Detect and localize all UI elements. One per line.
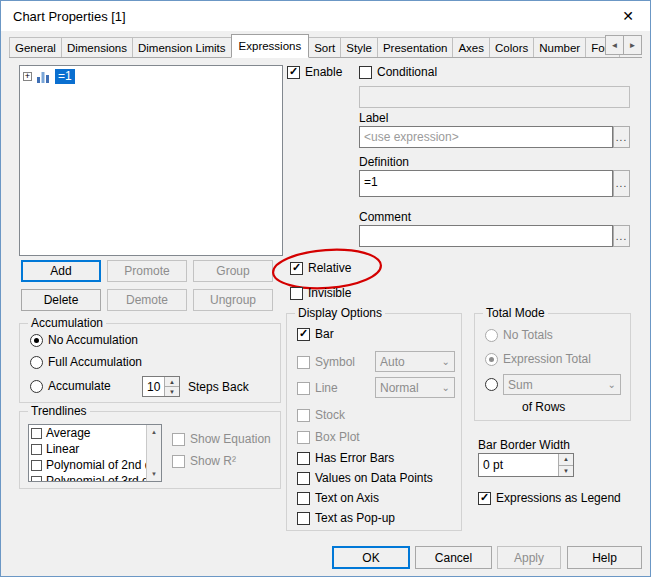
- sum-combo: Sum ⌄: [503, 374, 621, 395]
- group-button: Group: [193, 260, 273, 282]
- no-totals-radio: No Totals: [485, 328, 553, 342]
- spin-down-button[interactable]: ▼: [559, 465, 573, 477]
- add-button[interactable]: Add: [21, 260, 101, 282]
- trendlines-list[interactable]: Average Linear Polynomial of 2nd d Polyn…: [28, 424, 162, 482]
- apply-button: Apply: [497, 546, 561, 569]
- trendline-item-average[interactable]: Average: [29, 425, 161, 441]
- no-accumulation-radio[interactable]: No Accumulation: [30, 333, 138, 347]
- checkbox-box: [297, 452, 310, 465]
- trendline-item-linear[interactable]: Linear: [29, 441, 161, 457]
- checkbox-label: Relative: [308, 261, 351, 275]
- checkbox-label: Values on Data Points: [315, 471, 433, 485]
- tab-dimensions[interactable]: Dimensions: [61, 37, 133, 57]
- tab-presentation[interactable]: Presentation: [377, 37, 454, 57]
- tab-number[interactable]: Number: [533, 37, 586, 57]
- dropdown-arrow-icon: ⌄: [608, 382, 616, 387]
- cancel-button[interactable]: Cancel: [415, 546, 492, 569]
- radio-label: Accumulate: [48, 379, 111, 393]
- expression-list[interactable]: + =1: [19, 65, 283, 256]
- checkbox-box: [297, 382, 310, 395]
- radio-dot: [30, 334, 43, 347]
- label-ellipsis-button[interactable]: ...: [613, 126, 630, 148]
- checkbox-label: Line: [315, 381, 338, 395]
- combo-value: Normal: [380, 381, 419, 395]
- trendline-item-poly3[interactable]: Polynomial of 3rd d: [29, 473, 161, 482]
- definition-ellipsis-button[interactable]: ...: [613, 170, 630, 197]
- full-accumulation-radio[interactable]: Full Accumulation: [30, 355, 142, 369]
- checkbox-label: Enable: [305, 65, 342, 79]
- left-arrow-icon: ◄: [611, 41, 619, 50]
- steps-back-spinner[interactable]: 10 ▲ ▼: [142, 376, 180, 397]
- tab-expressions[interactable]: Expressions: [231, 34, 310, 58]
- tab-general[interactable]: General: [9, 37, 62, 57]
- trendline-label: Polynomial of 2nd d: [46, 458, 151, 472]
- definition-caption: Definition: [359, 155, 409, 169]
- ok-button[interactable]: OK: [332, 546, 410, 569]
- trendline-label: Polynomial of 3rd d: [46, 474, 149, 482]
- spinner-value: 0 pt: [479, 454, 558, 476]
- trendline-label: Average: [46, 426, 90, 440]
- combo-value: Auto: [380, 355, 405, 369]
- ellipsis-icon: ...: [616, 231, 627, 242]
- expand-plus-icon[interactable]: +: [23, 72, 32, 81]
- bar-checkbox[interactable]: ✓ Bar: [297, 327, 334, 341]
- promote-button: Promote: [107, 260, 187, 282]
- values-on-data-points-checkbox[interactable]: Values on Data Points: [297, 471, 433, 485]
- scroll-down-icon[interactable]: ▼: [147, 467, 161, 481]
- spin-up-button[interactable]: ▲: [165, 377, 179, 386]
- checkbox-box: [172, 433, 185, 446]
- definition-field[interactable]: =1: [359, 170, 613, 197]
- box-plot-checkbox: Box Plot: [297, 430, 360, 444]
- delete-button[interactable]: Delete: [21, 289, 101, 311]
- radio-dot: [30, 356, 43, 369]
- trendlines-scrollbar[interactable]: ▲ ▼: [146, 425, 161, 481]
- line-checkbox: Line: [297, 381, 338, 395]
- tab-colors[interactable]: Colors: [489, 37, 534, 57]
- dropdown-arrow-icon: ⌄: [442, 359, 450, 364]
- tab-scroll-right-button[interactable]: ►: [623, 35, 642, 55]
- ungroup-button: Ungroup: [193, 289, 273, 311]
- bar-border-width-spinner[interactable]: 0 pt ▲ ▼: [478, 453, 574, 477]
- checkbox-label: Bar: [315, 327, 334, 341]
- tab-scroll-left-button[interactable]: ◄: [605, 35, 624, 55]
- checkbox-label: Box Plot: [315, 430, 360, 444]
- help-button[interactable]: Help: [567, 546, 642, 569]
- tab-style[interactable]: Style: [340, 37, 378, 57]
- label-caption: Label: [359, 111, 388, 125]
- comment-ellipsis-button[interactable]: ...: [613, 225, 630, 247]
- tab-axes[interactable]: Axes: [452, 37, 490, 57]
- label-field[interactable]: <use expression>: [359, 126, 613, 148]
- checkbox-box: [297, 492, 310, 505]
- has-error-bars-checkbox[interactable]: Has Error Bars: [297, 451, 394, 465]
- tab-sort[interactable]: Sort: [308, 37, 341, 57]
- text-as-popup-checkbox[interactable]: Text as Pop-up: [297, 511, 395, 525]
- expression-item[interactable]: + =1: [20, 66, 282, 87]
- checkbox-box: [31, 476, 42, 483]
- button-label: Add: [50, 264, 71, 278]
- title-bar: Chart Properties [1] ✕: [1, 1, 650, 31]
- check-icon: ✓: [299, 328, 308, 339]
- invisible-checkbox[interactable]: Invisible: [290, 286, 351, 300]
- checkbox-label: Text as Pop-up: [315, 511, 395, 525]
- comment-caption: Comment: [359, 210, 411, 224]
- accumulate-radio[interactable]: Accumulate: [30, 379, 111, 393]
- expressions-as-legend-checkbox[interactable]: ✓ Expressions as Legend: [478, 491, 621, 505]
- total-mode-group: Total Mode No Totals Expression Total Su…: [474, 313, 631, 421]
- scroll-up-icon[interactable]: ▲: [147, 425, 161, 439]
- spinner-value: 10: [143, 377, 164, 396]
- comment-field[interactable]: [359, 225, 613, 247]
- enable-checkbox[interactable]: ✓ Enable: [287, 65, 342, 79]
- demote-button: Demote: [107, 289, 187, 311]
- spin-up-button[interactable]: ▲: [559, 454, 573, 465]
- text-on-axis-checkbox[interactable]: Text on Axis: [297, 491, 379, 505]
- conditional-checkbox[interactable]: Conditional: [359, 65, 437, 79]
- button-label: Delete: [44, 293, 79, 307]
- trendline-item-poly2[interactable]: Polynomial of 2nd d: [29, 457, 161, 473]
- radio-dot: [485, 329, 498, 342]
- spin-down-button[interactable]: ▼: [165, 386, 179, 396]
- close-button[interactable]: ✕: [606, 1, 650, 31]
- relative-checkbox[interactable]: ✓ Relative: [290, 261, 351, 275]
- tab-dimension-limits[interactable]: Dimension Limits: [132, 37, 232, 57]
- sum-of-rows-radio[interactable]: [485, 378, 498, 391]
- checkbox-box: [290, 287, 303, 300]
